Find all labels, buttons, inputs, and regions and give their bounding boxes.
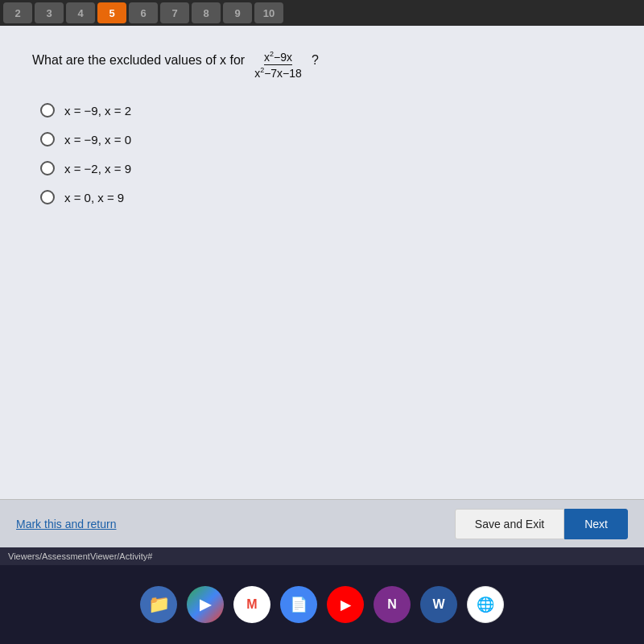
nav-btn-5[interactable]: 5 [97, 2, 126, 23]
fraction-denominator: x2−7x−18 [254, 65, 302, 80]
next-button[interactable]: Next [564, 509, 628, 539]
question-text: What are the excluded values of x for x2… [32, 50, 612, 79]
option-b-label: x = −9, x = 0 [64, 133, 131, 147]
bottom-buttons: Save and Exit Next [455, 509, 628, 539]
option-c[interactable]: x = −2, x = 9 [40, 161, 612, 175]
content-area: What are the excluded values of x for x2… [0, 26, 644, 499]
question-label: What are the excluded values of x for [32, 50, 245, 71]
option-c-label: x = −2, x = 9 [64, 162, 131, 175]
radio-d[interactable] [40, 190, 55, 204]
nav-btn-2[interactable]: 2 [3, 2, 32, 23]
taskbar-docs-icon[interactable]: 📄 [280, 586, 317, 623]
nav-btn-10[interactable]: 10 [254, 2, 283, 23]
url-text: Viewers/AssessmentViewer/Activity# [8, 551, 152, 561]
option-d-label: x = 0, x = 9 [64, 191, 124, 204]
nav-btn-7[interactable]: 7 [160, 2, 189, 23]
url-bar: Viewers/AssessmentViewer/Activity# [0, 547, 644, 565]
taskbar-playstore-icon[interactable]: ▶ [187, 586, 224, 623]
taskbar-ms-icon[interactable]: N [374, 586, 411, 623]
option-a-label: x = −9, x = 2 [64, 104, 131, 118]
fraction: x2−9x x2−7x−18 [254, 50, 302, 79]
taskbar-word-icon[interactable]: W [420, 586, 457, 623]
taskbar-icons: 📁 ▶ M 📄 ▶ N W 🌐 [0, 565, 644, 644]
question-area: What are the excluded values of x for x2… [32, 50, 612, 204]
option-b[interactable]: x = −9, x = 0 [40, 132, 612, 147]
top-nav-bar: 2 3 4 5 6 7 8 9 10 [0, 0, 644, 26]
taskbar-gmail-icon[interactable]: M [233, 586, 270, 623]
nav-btn-6[interactable]: 6 [129, 2, 158, 23]
nav-btn-3[interactable]: 3 [35, 2, 64, 23]
taskbar-youtube-icon[interactable]: ▶ [327, 586, 364, 623]
question-suffix: ? [312, 50, 319, 71]
mark-return-link[interactable]: Mark this and return [16, 518, 117, 530]
taskbar-files-icon[interactable]: 📁 [140, 586, 177, 623]
nav-btn-9[interactable]: 9 [223, 2, 252, 23]
option-d[interactable]: x = 0, x = 9 [40, 190, 612, 204]
nav-btn-4[interactable]: 4 [66, 2, 95, 23]
fraction-numerator: x2−9x [264, 50, 292, 65]
bottom-bar: Mark this and return Save and Exit Next [0, 499, 644, 547]
save-exit-button[interactable]: Save and Exit [455, 509, 564, 539]
nav-btn-8[interactable]: 8 [192, 2, 221, 23]
options-list: x = −9, x = 2 x = −9, x = 0 x = −2, x = … [40, 103, 612, 204]
taskbar: Viewers/AssessmentViewer/Activity# 📁 ▶ M… [0, 547, 644, 644]
radio-c[interactable] [40, 161, 55, 175]
radio-b[interactable] [40, 132, 55, 147]
radio-a[interactable] [40, 103, 55, 118]
option-a[interactable]: x = −9, x = 2 [40, 103, 612, 118]
taskbar-chrome-icon[interactable]: 🌐 [467, 586, 504, 623]
